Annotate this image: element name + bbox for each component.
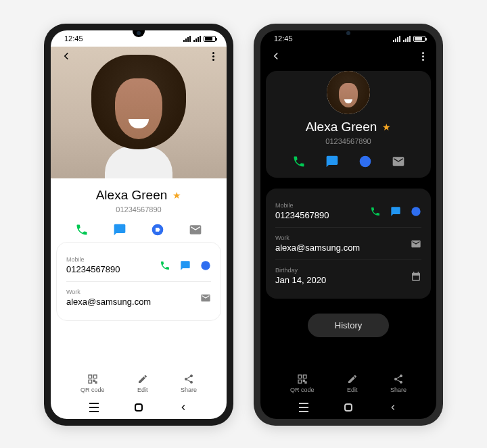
svg-rect-3 xyxy=(93,375,97,378)
details-card: Mobile 01234567890 Work alexa@samsung.co… xyxy=(56,242,221,321)
mobile-value: 01234567890 xyxy=(275,210,329,220)
mobile-label: Mobile xyxy=(66,256,120,263)
svg-rect-6 xyxy=(95,382,97,383)
mobile-value: 01234567890 xyxy=(66,264,120,274)
birthday-row[interactable]: Birthday Jan 14, 2020 xyxy=(275,259,421,289)
svg-rect-2 xyxy=(89,375,92,378)
svg-rect-10 xyxy=(303,375,306,378)
status-time: 12:45 xyxy=(64,34,83,43)
call-icon[interactable] xyxy=(75,223,89,237)
email-icon[interactable] xyxy=(200,293,211,303)
edit-button[interactable]: Edit xyxy=(347,374,358,393)
contact-name: Alexa Green xyxy=(306,120,377,134)
battery-icon xyxy=(413,36,425,42)
more-icon[interactable] xyxy=(210,49,217,64)
work-row[interactable]: Work alexa@samsung.com xyxy=(275,227,421,257)
contact-phone: 01234567890 xyxy=(56,205,221,214)
svg-point-7 xyxy=(359,156,371,168)
nav-back-icon[interactable] xyxy=(388,403,398,412)
work-row[interactable]: Work alexa@samsung.com xyxy=(66,281,211,311)
email-icon[interactable] xyxy=(392,155,405,168)
bottom-toolbar: QR code Edit Share xyxy=(260,368,436,396)
details-card: Mobile 01234567890 Work alexa@samsung.co… xyxy=(266,189,431,299)
work-value: alexa@samsung.com xyxy=(66,297,151,307)
signal-icon xyxy=(403,36,411,42)
signal-icon xyxy=(193,36,201,42)
status-time: 12:45 xyxy=(274,34,293,43)
wifi-icon xyxy=(183,36,191,42)
call-icon[interactable] xyxy=(370,206,381,217)
edit-button[interactable]: Edit xyxy=(137,374,148,393)
wifi-icon xyxy=(393,36,400,42)
share-button[interactable]: Share xyxy=(181,374,197,393)
video-call-icon[interactable] xyxy=(151,223,164,237)
contact-photo xyxy=(51,47,227,178)
phone-light: 12:45 Alexa Green xyxy=(44,24,233,426)
call-icon[interactable] xyxy=(160,260,170,271)
mobile-row[interactable]: Mobile 01234567890 xyxy=(275,198,421,224)
nav-recent-icon[interactable] xyxy=(299,403,308,412)
svg-rect-11 xyxy=(298,380,302,383)
email-icon[interactable] xyxy=(189,223,202,237)
message-icon[interactable] xyxy=(113,223,126,237)
contact-phone: 01234567890 xyxy=(275,137,421,145)
contact-header-card: Alexa Green ★ 01234567890 xyxy=(266,71,431,178)
favorite-star-icon[interactable]: ★ xyxy=(382,122,391,132)
call-icon[interactable] xyxy=(292,155,306,168)
work-label: Work xyxy=(275,234,360,241)
message-icon[interactable] xyxy=(325,155,339,168)
nav-home-icon[interactable] xyxy=(344,403,352,412)
svg-point-8 xyxy=(411,207,420,216)
contact-avatar[interactable] xyxy=(327,71,370,114)
video-call-icon[interactable] xyxy=(358,155,372,168)
svg-rect-5 xyxy=(93,380,95,381)
nav-back-icon[interactable] xyxy=(179,403,188,412)
work-label: Work xyxy=(66,289,151,295)
mobile-row[interactable]: Mobile 01234567890 xyxy=(66,252,211,278)
message-icon[interactable] xyxy=(390,206,401,217)
favorite-star-icon[interactable]: ★ xyxy=(172,190,181,201)
qr-code-button[interactable]: QR code xyxy=(290,374,315,393)
svg-point-1 xyxy=(201,261,210,270)
svg-rect-13 xyxy=(305,382,306,383)
mobile-label: Mobile xyxy=(275,202,329,209)
nav-home-icon[interactable] xyxy=(135,403,143,412)
nav-bar xyxy=(260,396,436,419)
back-icon[interactable] xyxy=(270,50,282,62)
message-icon[interactable] xyxy=(180,260,191,271)
svg-rect-4 xyxy=(89,380,92,383)
email-icon[interactable] xyxy=(411,239,421,249)
svg-rect-9 xyxy=(298,375,302,378)
svg-rect-12 xyxy=(303,380,304,381)
nav-bar xyxy=(51,396,227,419)
video-call-icon[interactable] xyxy=(200,260,211,271)
nav-recent-icon[interactable] xyxy=(89,403,99,412)
history-button[interactable]: History xyxy=(308,314,389,337)
qr-code-button[interactable]: QR code xyxy=(80,374,105,393)
video-call-icon[interactable] xyxy=(411,206,421,217)
share-button[interactable]: Share xyxy=(390,374,407,393)
battery-icon xyxy=(204,36,216,42)
birthday-label: Birthday xyxy=(275,267,326,274)
work-value: alexa@samsung.com xyxy=(275,243,360,253)
birthday-value: Jan 14, 2020 xyxy=(275,275,326,285)
phone-dark: 12:45 Alexa Green ★ xyxy=(254,24,443,426)
bottom-toolbar: QR code Edit Share xyxy=(51,368,227,396)
back-icon[interactable] xyxy=(60,50,72,62)
contact-name: Alexa Green xyxy=(96,188,168,203)
calendar-icon[interactable] xyxy=(411,271,421,282)
more-icon[interactable] xyxy=(419,49,427,64)
